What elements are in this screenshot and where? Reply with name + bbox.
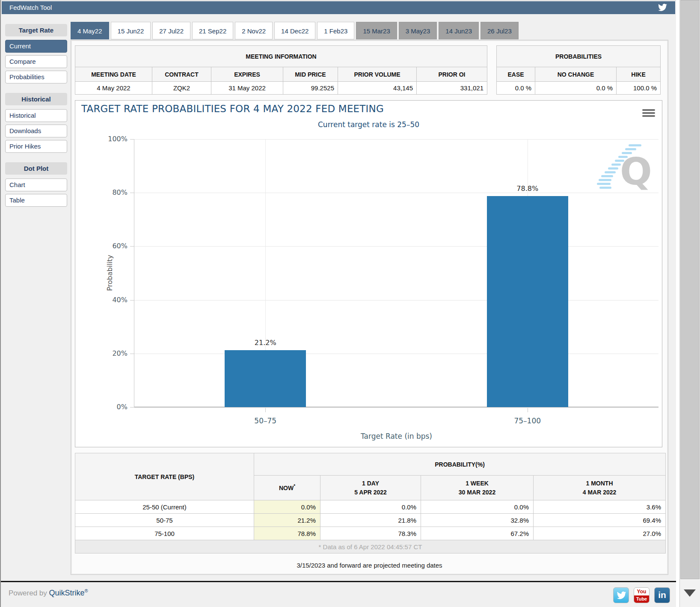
table-row: 25-50 (Current) 0.0% 0.0% 0.0% 3.6% xyxy=(75,500,666,514)
meeting-information-table: MEETING INFORMATION MEETING DATE CONTRAC… xyxy=(75,45,487,95)
y-tick-label-80: 80% xyxy=(101,188,128,196)
sidebar-item-chart[interactable]: Chart xyxy=(5,179,67,191)
y-axis-line xyxy=(134,139,134,407)
col-prior-volume: PRIOR VOLUME xyxy=(338,67,417,82)
probabilities-title: PROBABILITIES xyxy=(497,46,661,67)
col-1-week: 1 WEEK30 MAR 2022 xyxy=(421,476,534,500)
linkedin-icon[interactable]: in xyxy=(654,587,670,603)
x-tick-label-75-100: 75–100 xyxy=(493,417,562,425)
rate-range-label: 25-50 (Current) xyxy=(75,500,254,514)
target-rate-chart: TARGET RATE PROBABILITIES FOR 4 MAY 2022… xyxy=(75,100,662,447)
y-tick xyxy=(130,354,134,354)
tab-2-nov22[interactable]: 2 Nov22 xyxy=(235,22,273,39)
tab-15-jun22[interactable]: 15 Jun22 xyxy=(111,22,151,39)
probability-history-table: TARGET RATE (BPS) PROBABILITY(%) NOW* 1 … xyxy=(75,453,666,553)
bar-value-label: 78.8% xyxy=(487,184,568,193)
now-asterisk: * xyxy=(294,484,295,488)
social-links: You Tube in xyxy=(613,587,670,603)
footer: Powered by QuikStrike® You Tube in xyxy=(1,582,677,607)
rate-range-label: 75-100 xyxy=(75,527,254,540)
tab-content-panel: MEETING INFORMATION MEETING DATE CONTRAC… xyxy=(71,40,668,575)
col-expires: EXPIRES xyxy=(211,67,283,82)
page-scrollbar[interactable] xyxy=(680,0,700,607)
sidebar-header-dot-plot: Dot Plot xyxy=(5,162,67,175)
y-tick-label-60: 60% xyxy=(101,242,128,250)
gridline-60 xyxy=(134,246,658,247)
chart-menu-icon[interactable] xyxy=(642,109,655,119)
col-ease: EASE xyxy=(497,67,535,82)
prior-volume-value: 43,145 xyxy=(338,82,417,95)
sidebar-item-prior-hikes[interactable]: Prior Hikes xyxy=(5,140,67,153)
tab-14-jun23[interactable]: 14 Jun23 xyxy=(439,22,479,39)
tab-3-may23[interactable]: 3 May23 xyxy=(399,22,437,39)
y-tick xyxy=(130,139,134,140)
sidebar-item-compare[interactable]: Compare xyxy=(5,55,67,68)
sidebar-item-historical[interactable]: Historical xyxy=(5,109,67,122)
sidebar: Target Rate Current Compare Probabilitie… xyxy=(5,24,67,207)
bar-50-75: 21.2% xyxy=(225,350,306,407)
tab-4-may22[interactable]: 4 May22 xyxy=(71,22,109,39)
svg-text:Q: Q xyxy=(620,149,651,193)
tab-1-feb23[interactable]: 1 Feb23 xyxy=(317,22,354,39)
tab-15-mar23[interactable]: 15 Mar23 xyxy=(356,22,397,39)
app-title: FedWatch Tool xyxy=(9,4,52,11)
twitter-icon[interactable] xyxy=(613,587,629,603)
rate-range-label: 50-75 xyxy=(75,514,254,527)
col-hike: HIKE xyxy=(617,67,661,82)
gridline-20 xyxy=(134,354,658,354)
y-tick xyxy=(130,246,134,247)
data-as-of-footnote: * Data as of 6 Apr 2022 04:45:57 CT xyxy=(75,540,666,553)
tab-27-jul22[interactable]: 27 Jul22 xyxy=(152,22,190,39)
mid-price-value: 99.2525 xyxy=(283,82,338,95)
chart-title: TARGET RATE PROBABILITIES FOR 4 MAY 2022… xyxy=(81,103,384,114)
sidebar-item-probabilities[interactable]: Probabilities xyxy=(5,71,67,83)
fedwatch-app: FedWatch Tool Target Rate Current Compar… xyxy=(0,0,676,607)
plot-area: 100% 80% 60% 40% 20% 0% Probability 21.2… xyxy=(134,139,658,407)
meeting-date-value: 4 May 2022 xyxy=(75,82,152,95)
powered-by: Powered by QuikStrike® xyxy=(9,588,88,598)
col-prior-oi: PRIOR OI xyxy=(417,67,487,82)
chart-subtitle: Current target rate is 25–50 xyxy=(75,120,662,129)
x-tick xyxy=(265,408,266,412)
sidebar-item-downloads[interactable]: Downloads xyxy=(5,125,67,137)
prior-oi-value: 331,021 xyxy=(417,82,487,95)
group-header-probability: PROBABILITY(%) xyxy=(254,453,666,476)
no-change-value: 0.0 % xyxy=(535,82,617,95)
tab-21-sep22[interactable]: 21 Sep22 xyxy=(192,22,233,39)
tab-26-jul23[interactable]: 26 Jul23 xyxy=(481,22,519,39)
meeting-date-tabs: 4 May22 15 Jun22 27 Jul22 21 Sep22 2 Nov… xyxy=(71,22,519,39)
contract-value: ZQK2 xyxy=(152,82,211,95)
x-axis-line xyxy=(134,407,658,408)
gridline-80 xyxy=(134,193,658,193)
sidebar-header-target-rate: Target Rate xyxy=(5,24,67,36)
y-tick-label-40: 40% xyxy=(101,296,128,304)
col-1-month: 1 MONTH4 MAR 2022 xyxy=(534,476,666,500)
probabilities-panel: PROBABILITIES EASE NO CHANGE HIKE 0.0 % … xyxy=(496,45,661,95)
sidebar-item-table[interactable]: Table xyxy=(5,194,67,207)
x-tick-label-50-75: 50–75 xyxy=(231,417,300,425)
bar-75-100: 78.8% xyxy=(487,196,568,407)
twitter-bird-icon[interactable] xyxy=(656,3,669,13)
scroll-down-arrow-icon[interactable] xyxy=(684,589,696,597)
quikstrike-brand[interactable]: QuikStrike xyxy=(49,589,85,597)
col-mid-price: MID PRICE xyxy=(283,67,338,82)
y-tick-label-0: 0% xyxy=(101,403,128,411)
quikstrike-watermark: Q xyxy=(595,143,651,194)
y-tick-label-20: 20% xyxy=(101,349,128,357)
youtube-icon[interactable]: You Tube xyxy=(634,587,650,603)
bar-value-label: 21.2% xyxy=(225,339,306,347)
sidebar-item-current[interactable]: Current xyxy=(5,40,67,53)
row-header-target-rate-bps: TARGET RATE (BPS) xyxy=(75,453,254,500)
ease-value: 0.0 % xyxy=(497,82,535,95)
gridline-100 xyxy=(134,139,658,140)
scrollbar-thumb[interactable] xyxy=(680,0,700,579)
col-meeting-date: MEETING DATE xyxy=(75,67,152,82)
y-tick xyxy=(130,193,134,193)
meeting-info-title: MEETING INFORMATION xyxy=(75,46,487,67)
y-tick xyxy=(130,407,134,408)
expires-value: 31 May 2022 xyxy=(211,82,283,95)
tab-14-dec22[interactable]: 14 Dec22 xyxy=(274,22,315,39)
col-no-change: NO CHANGE xyxy=(535,67,617,82)
scroll-gutter xyxy=(676,0,680,607)
projected-dates-note: 3/15/2023 and forward are projected meet… xyxy=(71,562,668,569)
